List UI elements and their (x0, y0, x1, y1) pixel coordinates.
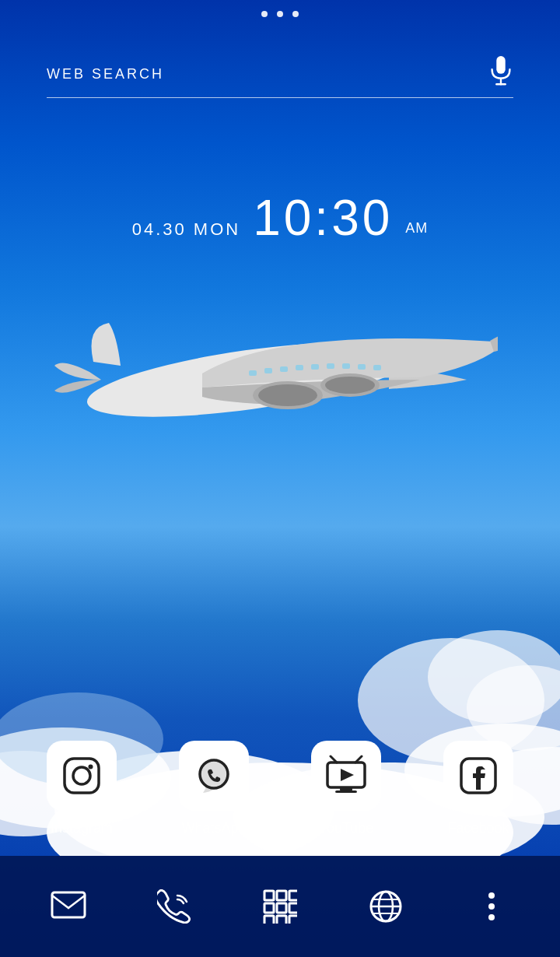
svg-rect-42 (264, 891, 274, 900)
page-dot-1 (261, 11, 268, 17)
svg-rect-21 (327, 363, 334, 369)
svg-rect-23 (358, 364, 366, 370)
page-dot-2 (277, 11, 283, 17)
svg-point-57 (488, 903, 495, 910)
facebook-label: Facebook (447, 820, 509, 836)
dock-messages[interactable] (41, 879, 96, 934)
svg-point-29 (73, 767, 90, 784)
svg-point-56 (488, 892, 495, 899)
app-icon-whatsapp[interactable]: WhatsApp (163, 741, 264, 836)
svg-point-13 (258, 384, 317, 406)
svg-rect-46 (277, 903, 286, 913)
dock-app-grid[interactable] (253, 879, 307, 934)
svg-line-40 (52, 896, 68, 908)
svg-rect-19 (296, 365, 303, 370)
bottom-dock (0, 856, 560, 957)
svg-rect-49 (277, 916, 286, 924)
facebook-icon-bg (443, 741, 513, 811)
svg-point-15 (325, 377, 375, 394)
microphone-icon[interactable] (488, 56, 513, 93)
svg-rect-25 (496, 56, 505, 74)
ampm-label: AM (405, 220, 428, 237)
time-label: 10:30 (253, 193, 393, 243)
svg-rect-44 (289, 891, 297, 900)
svg-rect-17 (264, 368, 272, 373)
svg-rect-37 (335, 790, 357, 793)
dock-more[interactable] (464, 879, 519, 934)
page-dot-3 (292, 11, 299, 17)
svg-point-30 (89, 765, 93, 769)
svg-rect-43 (277, 891, 286, 900)
instagram-icon-bg (47, 741, 117, 811)
app-icon-youtube[interactable]: YouTube (296, 741, 397, 836)
svg-rect-18 (280, 366, 288, 372)
whatsapp-label: WhatsApp (181, 820, 246, 836)
youtube-icon-bg (311, 741, 381, 811)
date-label: 04.30 MON (132, 219, 241, 240)
instagram-label: Instagram (51, 820, 113, 836)
svg-marker-35 (341, 769, 354, 781)
svg-rect-50 (289, 916, 297, 924)
airplane-image (47, 265, 498, 482)
svg-rect-20 (311, 364, 319, 370)
app-icon-facebook[interactable]: Facebook (428, 741, 529, 836)
youtube-label: YouTube (319, 820, 374, 836)
search-bar[interactable]: WEB SEARCH (47, 56, 513, 98)
svg-rect-22 (342, 363, 350, 369)
svg-rect-47 (289, 903, 297, 913)
svg-point-58 (488, 914, 495, 920)
whatsapp-icon-bg (179, 741, 249, 811)
dock-phone[interactable] (147, 879, 201, 934)
dock-browser[interactable] (359, 879, 413, 934)
page-indicator (261, 11, 299, 17)
search-label: WEB SEARCH (47, 66, 488, 82)
svg-rect-28 (65, 759, 99, 793)
svg-rect-45 (264, 903, 274, 913)
svg-rect-24 (373, 365, 381, 370)
svg-rect-48 (264, 916, 274, 924)
app-icons-row: Instagram WhatsApp (0, 741, 560, 836)
svg-rect-16 (249, 370, 257, 376)
datetime-display: 04.30 MON 10:30 AM (0, 193, 560, 243)
app-icon-instagram[interactable]: Instagram (31, 741, 132, 836)
svg-rect-39 (52, 892, 85, 917)
svg-line-41 (68, 896, 85, 908)
